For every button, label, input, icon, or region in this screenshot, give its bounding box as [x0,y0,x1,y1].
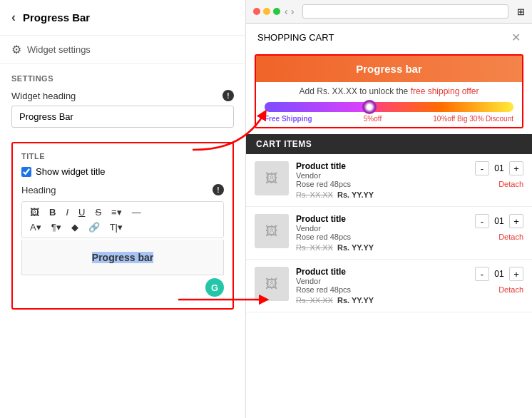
heading-row: Heading ! [21,184,224,195]
widget-settings-row[interactable]: ⚙ Widget settings [0,36,245,64]
underline-btn[interactable]: U [75,205,88,219]
editor-highlight: Progress bar [92,252,153,263]
milestone-10off: 10%off Big 30% Discount [433,115,513,123]
drop-btn[interactable]: ◆ [68,220,82,234]
widget-heading-info-icon: ! [222,90,234,101]
qty-minus-2[interactable]: - [475,214,489,228]
qty-plus-3[interactable]: + [509,267,523,281]
show-widget-title-row: Show widget title [21,166,224,177]
item-title-2: Product title [296,214,468,224]
item-image-1: 🖼 [255,161,289,195]
item-title-1: Product title [296,161,468,171]
item-actions-3: - 01 + Detach [475,267,523,294]
detach-button-2[interactable]: Detach [498,233,523,241]
heading-label: Heading [21,185,56,195]
item-info-1: Product title Vendor Rose red 48pcs Rs. … [296,161,468,199]
item-price-new-3: Rs. YY.YY [337,296,374,305]
heading-info-icon: ! [213,184,224,195]
editor-text: Progress bar [92,252,153,263]
cart-item: 🖼 Product title Vendor Rose red 48pcs Rs… [246,260,532,312]
image-btn[interactable]: 🖼 [26,205,43,219]
strike-btn[interactable]: S [91,205,105,219]
panel-title: Progress Bar [23,11,90,24]
close-button[interactable]: ✕ [511,31,521,44]
item-vendor-1: Vendor [296,171,468,180]
item-prices-2: Rs. XX.XX Rs. YY.YY [296,243,468,252]
qty-value-1: 01 [492,163,506,173]
panel-header: ‹ Progress Bar [0,0,245,36]
dash-btn[interactable]: — [128,205,145,219]
show-widget-title-checkbox[interactable] [21,167,31,177]
dot-yellow [263,8,270,15]
browser-chrome: ‹ › ⊞ [246,0,532,24]
editor-toolbar: 🖼 B I U S ≡▾ — A▾ ¶▾ ◆ 🔗 T|▾ [21,201,224,238]
qty-plus-2[interactable]: + [509,214,523,228]
bold-btn[interactable]: B [46,205,59,219]
browser-dots [253,8,280,15]
qty-minus-1[interactable]: - [475,161,489,175]
item-variant-3: Rose red 48pcs [296,285,468,294]
detach-button-1[interactable]: Detach [498,180,523,188]
progress-track-area: Free Shipping 5%off 10%off Big 30% Disco… [256,99,522,127]
text-icon-btn[interactable]: T|▾ [106,220,126,234]
editor-area[interactable]: Progress bar [21,240,224,275]
detach-button-3[interactable]: Detach [498,285,523,294]
right-panel: ‹ › ⊞ SHOPPING CART ✕ Progress bar Add R… [246,0,532,418]
item-variant-2: Rose red 48pcs [296,233,468,241]
qty-minus-3[interactable]: - [475,267,489,281]
cart-item: 🖼 Product title Vendor Rose red 48pcs Rs… [246,207,532,260]
grammarly-row: G [21,275,224,300]
link-btn[interactable]: 🔗 [85,220,103,234]
item-image-2: 🖼 [255,214,289,248]
cart-header: SHOPPING CART ✕ [246,24,532,51]
item-price-old-3: Rs. XX.XX [296,296,333,305]
paragraph-btn[interactable]: ¶▾ [48,220,65,234]
cart-title: SHOPPING CART [257,32,334,43]
qty-value-2: 01 [492,216,506,226]
browser-menu-icon[interactable]: ⊞ [517,6,525,17]
qty-plus-1[interactable]: + [509,161,523,175]
progress-track [265,102,513,112]
font-color-btn[interactable]: A▾ [26,220,45,234]
align-btn[interactable]: ≡▾ [108,205,126,219]
item-title-3: Product title [296,267,468,277]
qty-value-3: 01 [492,269,506,279]
progress-milestones: Free Shipping 5%off 10%off Big 30% Disco… [265,112,513,127]
back-button[interactable]: ‹ [11,10,16,25]
url-bar[interactable] [302,4,508,19]
cart-panel: SHOPPING CART ✕ Progress bar Add Rs. XX.… [246,24,532,418]
item-price-old-2: Rs. XX.XX [296,243,333,252]
settings-section-label: SETTINGS [11,74,234,83]
item-price-old-1: Rs. XX.XX [296,190,333,199]
grammarly-button[interactable]: G [205,278,224,297]
nav-forward-icon[interactable]: › [291,6,295,17]
progress-fill [265,102,369,112]
item-variant-1: Rose red 48pcs [296,180,468,188]
item-prices-3: Rs. XX.XX Rs. YY.YY [296,296,468,305]
widget-settings-label: Widget settings [27,44,91,55]
progress-message: Add Rs. XX.XX to unlock the free shippin… [256,82,522,99]
nav-buttons: ‹ › [285,6,294,17]
title-section-label: TITLE [21,152,224,160]
cart-items-header: CART ITEMS [246,134,532,154]
progress-thumb [362,100,377,114]
item-vendor-2: Vendor [296,224,468,233]
show-widget-title-label: Show widget title [36,166,106,177]
item-vendor-3: Vendor [296,277,468,285]
title-box: TITLE Show widget title Heading ! 🖼 B I … [11,142,234,310]
cart-item: 🖼 Product title Vendor Rose red 48pcs Rs… [246,154,532,207]
left-panel: ‹ Progress Bar ⚙ Widget settings SETTING… [0,0,246,418]
image-placeholder-icon: 🖼 [265,277,278,292]
widget-heading-row: Widget heading ! [11,90,234,101]
item-actions-1: - 01 + Detach [475,161,523,188]
milestone-5off: 5%off [364,115,382,123]
widget-heading-input[interactable] [11,106,234,128]
image-placeholder-icon: 🖼 [265,224,278,239]
settings-section: SETTINGS Widget heading ! TITLE Show wid… [0,64,245,320]
toolbar-row-1: 🖼 B I U S ≡▾ — [26,205,219,219]
gear-icon: ⚙ [11,43,21,56]
free-shipping-link[interactable]: free shipping offer [411,86,479,96]
nav-back-icon[interactable]: ‹ [285,6,288,17]
item-price-new-1: Rs. YY.YY [337,190,374,199]
italic-btn[interactable]: I [62,205,72,219]
